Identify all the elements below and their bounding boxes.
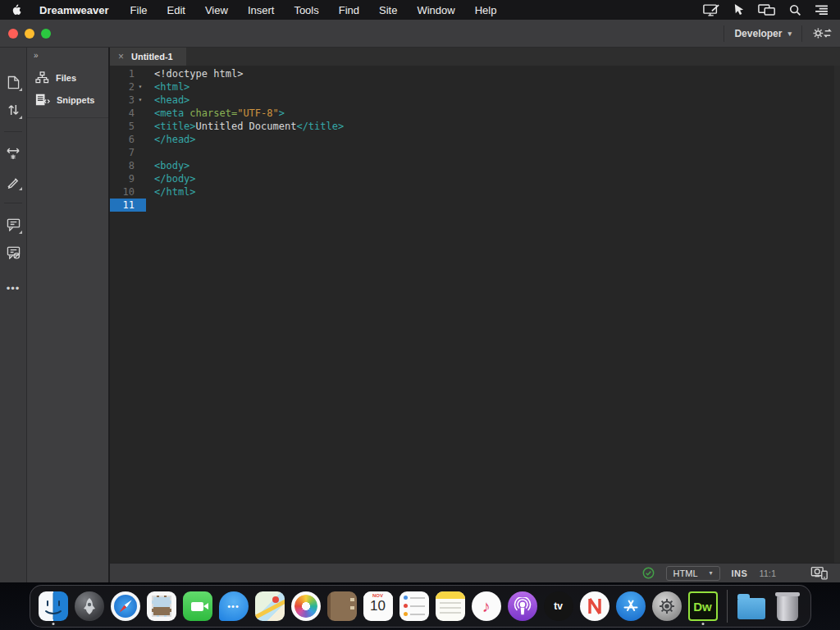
dock-item-facetime[interactable] [182,590,213,623]
code-lines: 1<!doctype html>2▾<html>3▾<head>4<meta c… [110,67,840,212]
dock-item-mail[interactable] [146,590,177,623]
line-gutter[interactable]: 10 [110,185,146,199]
line-gutter[interactable]: 2▾ [110,80,146,94]
dock-item-music[interactable]: ♪ [471,590,502,623]
line-gutter[interactable]: 1 [110,67,146,80]
apple-menu-icon[interactable] [11,3,25,16]
line-gutter[interactable]: 7 [110,146,146,159]
dock-item-calendar[interactable]: NOV 10 [363,590,394,623]
line-number: 4 [110,107,135,120]
editor-scrollbar[interactable] [834,66,840,563]
code-fold-spacer [135,159,146,172]
active-line-gutter[interactable]: 11 [110,199,146,212]
menu-insert[interactable]: Insert [248,4,275,16]
spotlight-search-icon[interactable] [789,4,801,16]
code-line[interactable]: 6</head> [110,133,840,146]
minimize-window-button[interactable] [25,29,34,39]
dock-item-app-store[interactable] [615,590,646,623]
code-line[interactable]: 3▾<head> [110,94,840,107]
line-gutter[interactable]: 9 [110,172,146,185]
dock-item-finder[interactable] [38,590,69,623]
close-tab-icon[interactable]: × [118,51,124,62]
linting-ok-icon[interactable] [642,567,655,579]
more-options-button[interactable]: ••• [7,282,21,294]
code-fold-spacer [135,107,146,120]
code-line-content: <head> [146,94,189,107]
menu-find[interactable]: Find [339,4,359,16]
line-gutter[interactable]: 5 [110,120,146,133]
finder-icon [39,591,68,621]
code-line[interactable]: 10</html> [110,185,840,199]
dock-item-reminders[interactable] [399,590,430,623]
collapse-panel-chevron[interactable]: » [27,48,108,62]
code-line[interactable]: 4<meta charset="UTF-8"> [110,107,840,120]
code-fold-icon[interactable]: ▾ [135,94,146,107]
tab-untitled-1[interactable]: × Untitled-1 [110,48,186,66]
menu-site[interactable]: Site [379,4,397,16]
file-management-button[interactable] [3,100,23,120]
line-gutter[interactable]: 3▾ [110,94,146,107]
realtime-preview-button[interactable] [810,566,829,580]
open-documents-button[interactable] [3,72,23,92]
line-gutter[interactable]: 4 [110,107,146,120]
code-line[interactable]: 1<!doctype html> [110,67,840,80]
remove-comment-button[interactable] [3,243,23,262]
notification-center-icon[interactable] [815,5,829,16]
dock-item-trash[interactable] [772,590,803,623]
downloads-folder-icon [737,598,765,619]
code-line[interactable]: 5<title>Untitled Document</title> [110,120,840,133]
dock-item-notes[interactable] [435,590,466,623]
dock-item-launchpad[interactable] [74,590,105,623]
mirror-displays-icon[interactable] [758,4,776,16]
dock-item-dreamweaver[interactable]: Dw [687,590,719,623]
code-line-content: <meta charset="UTF-8"> [146,107,285,120]
zoom-window-button[interactable] [41,29,51,39]
line-number: 5 [110,120,135,133]
dock-item-downloads[interactable] [736,590,767,623]
menu-window[interactable]: Window [417,4,454,16]
workspace-switcher[interactable]: Developer ▾ [734,28,792,39]
code-line[interactable]: 8<body> [110,159,840,172]
cursor-icon[interactable] [733,3,745,16]
apply-comment-button[interactable] [3,215,23,235]
code-line-content [146,146,154,159]
live-view-options-button[interactable] [3,144,23,163]
code-line[interactable]: 9</body> [110,172,840,185]
menubar-app-name[interactable]: Dreamweaver [39,4,109,16]
close-window-button[interactable] [8,29,18,39]
dw-glyph: Dw [693,600,712,614]
dock-item-contacts[interactable] [326,590,358,623]
code-line[interactable]: 2▾<html> [110,80,840,94]
code-view[interactable]: 1<!doctype html>2▾<html>3▾<head>4<meta c… [110,66,840,563]
flyout-indicator [19,116,22,119]
line-gutter[interactable]: 6 [110,133,146,146]
sidebar-item-files[interactable]: Files [27,66,108,89]
dock-item-photos[interactable] [290,590,322,623]
calendar-icon: NOV 10 [363,591,393,621]
dock-item-messages[interactable]: ••• [218,590,249,623]
dock-item-maps[interactable] [254,590,285,623]
sync-settings-button[interactable] [812,26,832,40]
dock-item-safari[interactable] [110,590,141,623]
dock-item-tv[interactable]: tv [543,590,574,623]
document-tabbar: × Untitled-1 [110,48,840,66]
line-gutter[interactable]: 8 [110,159,146,172]
code-line-content: <html> [146,80,189,94]
sidebar-item-snippets[interactable]: Snippets [27,89,108,111]
dock-item-system-preferences[interactable] [651,590,682,623]
window-titlebar[interactable]: Developer ▾ [0,20,840,48]
language-mode-select[interactable]: HTML ▾ [666,566,720,581]
display-icon[interactable] [703,4,719,16]
code-fold-icon[interactable]: ▾ [135,80,146,94]
menu-tools[interactable]: Tools [294,4,318,16]
dock-item-podcasts[interactable] [507,590,538,623]
dock-item-news[interactable] [579,590,610,623]
flyout-indicator [19,88,22,91]
menu-view[interactable]: View [205,4,228,16]
menu-edit[interactable]: Edit [167,4,185,16]
menu-file[interactable]: File [130,4,148,16]
code-line[interactable]: 7 [110,146,840,159]
inspect-mode-button[interactable] [3,171,23,191]
menu-help[interactable]: Help [475,4,497,16]
code-line[interactable]: 11 [110,199,840,212]
